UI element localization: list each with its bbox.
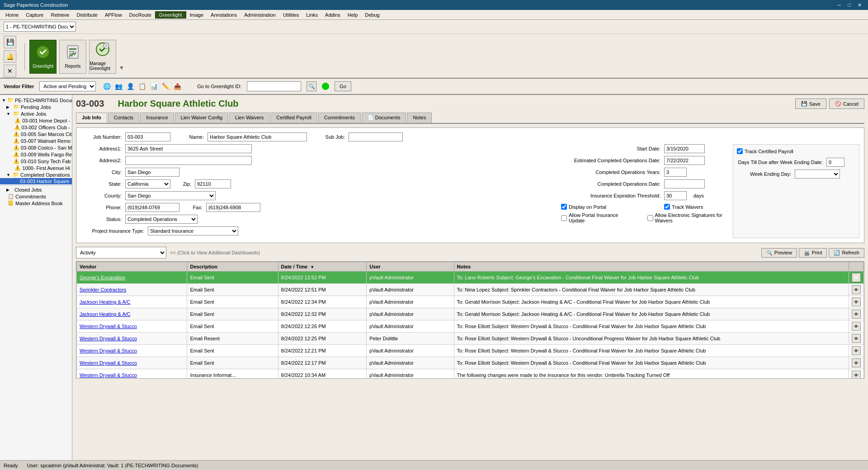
tab-insurance[interactable]: Insurance <box>140 113 174 123</box>
menu-capture[interactable]: Capture <box>22 11 47 19</box>
cell-action-btn[interactable]: 👁 <box>849 369 864 379</box>
cell-vendor[interactable]: Western Drywall & Stucco <box>77 333 187 345</box>
menu-distribute[interactable]: Distribute <box>73 11 101 19</box>
tab-lien-waiver-config[interactable]: Lien Waiver Config <box>175 113 229 123</box>
week-ending-select[interactable] <box>795 169 840 179</box>
sidebar-item-active-jobs[interactable]: ▼ 📁 Active Jobs <box>0 110 72 117</box>
sidebar-item-03002[interactable]: ⚠️ 03-002 Officers Club - <box>0 124 72 131</box>
display-portal-input[interactable] <box>561 204 567 210</box>
row-action-icon[interactable]: 👁 <box>852 358 861 367</box>
sidebar-item-03010[interactable]: ⚠️ 03-010 Sony Tech Fab <box>0 158 72 164</box>
dashboard-dropdown[interactable]: Activity <box>76 247 166 258</box>
filter-icon-edit[interactable]: ✏️ <box>160 81 171 92</box>
cell-vendor[interactable]: Western Drywall & Stucco <box>77 320 187 333</box>
print-button[interactable]: 🖨️ Print <box>799 248 827 258</box>
save-button[interactable]: 💾 Save <box>795 99 826 109</box>
cell-action-btn[interactable]: 👁 <box>849 357 864 369</box>
cell-vendor[interactable]: Western Drywall & Stucco <box>77 345 187 357</box>
cell-vendor[interactable]: Sprinkler Contractors <box>77 284 187 296</box>
allow-electronic-input[interactable] <box>647 215 653 221</box>
menu-docroute[interactable]: DocRoute <box>126 11 155 19</box>
greenlight-id-input[interactable] <box>247 81 301 91</box>
cancel-button[interactable]: 🚫 Cancel <box>829 99 864 109</box>
refresh-button[interactable]: 🔄 Refresh <box>829 248 864 258</box>
job-number-input[interactable] <box>125 132 170 141</box>
row-action-icon[interactable]: 👁 <box>852 285 861 294</box>
menu-addins[interactable]: Addins <box>321 11 344 19</box>
dashboard-click-label[interactable]: << (Click to View Additional Dashboards) <box>170 250 260 255</box>
sidebar-item-03003[interactable]: 03-003 Harbor Square <box>0 178 72 184</box>
vendor-link[interactable]: Western Drywall & Stucco <box>80 372 137 378</box>
cell-action-btn[interactable]: 👁 <box>849 320 864 333</box>
allow-portal-checkbox[interactable]: Allow Portal Insurance Update <box>561 212 635 223</box>
vendor-link[interactable]: Western Drywall & Stucco <box>80 348 137 353</box>
cell-action-btn[interactable]: 👁 <box>849 345 864 357</box>
city-input[interactable] <box>125 168 179 177</box>
tab-lien-waivers[interactable]: Lien Waivers <box>229 113 269 123</box>
cell-vendor[interactable]: Jackson Heating & A/C <box>77 308 187 320</box>
close-quick-btn[interactable]: ✕ <box>4 65 16 77</box>
col-user[interactable]: User <box>367 262 454 272</box>
notify-btn[interactable]: 🔔 <box>4 50 16 63</box>
zip-input[interactable] <box>195 179 231 188</box>
vendor-link[interactable]: Western Drywall & Stucco <box>80 360 137 366</box>
row-action-icon[interactable]: 👁 <box>852 346 861 355</box>
menu-home[interactable]: Home <box>2 11 22 19</box>
menu-administration[interactable]: Administration <box>241 11 279 19</box>
manage-greenlight-toolbar-btn[interactable]: Manage Greenlight <box>89 40 116 74</box>
vendor-link[interactable]: George's Excavation <box>80 275 125 280</box>
track-certified-input[interactable] <box>737 148 743 154</box>
vendor-link[interactable]: Western Drywall & Stucco <box>80 324 137 329</box>
filter-icon-export[interactable]: 📤 <box>172 81 183 92</box>
row-action-icon[interactable]: 👁 <box>852 371 861 379</box>
cell-vendor[interactable]: George's Excavation <box>77 272 187 284</box>
address2-input[interactable] <box>125 156 252 165</box>
est-completed-input[interactable] <box>664 156 705 165</box>
filter-icon-user[interactable]: 👤 <box>125 81 136 92</box>
vendor-link[interactable]: Western Drywall & Stucco <box>80 336 137 341</box>
restore-btn[interactable]: □ <box>845 2 854 8</box>
row-action-icon[interactable]: 👁 <box>852 297 861 306</box>
activity-table-container[interactable]: Vendor Description Date / Time ▼ User No… <box>76 261 864 379</box>
menu-debug[interactable]: Debug <box>361 11 383 19</box>
menu-links[interactable]: Links <box>302 11 321 19</box>
greenlight-toolbar-btn[interactable]: Greenlight <box>29 40 57 74</box>
allow-electronic-checkbox[interactable]: Allow Electronic Signatures for Waivers <box>647 212 724 223</box>
sidebar-item-03009[interactable]: ⚠️ 03-009 Wells Fargo Re <box>0 151 72 158</box>
days-till-due-input[interactable] <box>826 158 844 167</box>
tab-certified-payroll[interactable]: Certified Payroll <box>270 113 317 123</box>
cell-vendor[interactable]: Western Drywall & Stucco <box>77 357 187 369</box>
cell-action-btn[interactable]: 👁 <box>849 272 864 284</box>
completed-years-input[interactable] <box>664 168 687 177</box>
filter-icon-globe[interactable]: 🌐 <box>101 81 112 92</box>
sidebar-item-commitments[interactable]: 📋 Commitments <box>0 193 72 200</box>
project-insurance-select[interactable]: Standard Insurance <box>148 226 238 235</box>
menu-annotations[interactable]: Annotations <box>207 11 241 19</box>
row-action-icon[interactable]: 👁 <box>852 310 861 319</box>
reports-toolbar-btn[interactable]: Reports <box>59 40 86 74</box>
completed-date-input[interactable] <box>664 179 705 188</box>
tab-documents[interactable]: 📄 Documents <box>362 113 406 123</box>
row-action-icon[interactable]: 👁 <box>852 322 861 331</box>
filter-icon-chart[interactable]: 📊 <box>148 81 159 92</box>
fax-input[interactable] <box>206 203 260 212</box>
sidebar-item-pending-jobs[interactable]: ▶ 📁 Pending Jobs <box>0 103 72 110</box>
menu-greenlight[interactable]: Greenlight <box>155 11 186 19</box>
phone-input[interactable] <box>125 203 179 212</box>
menu-apflow[interactable]: APFlow <box>101 11 126 19</box>
vendor-filter-dropdown[interactable]: Active and Pending Active Pending All <box>39 81 96 91</box>
sidebar-item-completed-ops[interactable]: ▼ 📁 Completed Operations <box>0 171 72 178</box>
sidebar-item-03008[interactable]: ⚠️ 03-008 Costco - San M <box>0 144 72 151</box>
track-certified-checkbox[interactable]: Track Certified Payroll <box>737 148 793 154</box>
allow-portal-input[interactable] <box>561 215 567 221</box>
menu-help[interactable]: Help <box>344 11 362 19</box>
sidebar-item-closed-jobs[interactable]: ▶ Closed Jobs <box>0 187 72 193</box>
cell-action-btn[interactable]: 👁 <box>849 308 864 320</box>
col-notes[interactable]: Notes <box>454 262 849 272</box>
go-button[interactable]: Go <box>335 81 351 91</box>
minimize-btn[interactable]: ─ <box>835 2 844 8</box>
filter-icon-doc[interactable]: 📋 <box>137 81 147 92</box>
greenlight-id-search-icon[interactable]: 🔍 <box>307 81 316 91</box>
status-select[interactable]: Completed Operations <box>125 215 198 224</box>
tab-commitments[interactable]: Commitments <box>318 113 361 123</box>
